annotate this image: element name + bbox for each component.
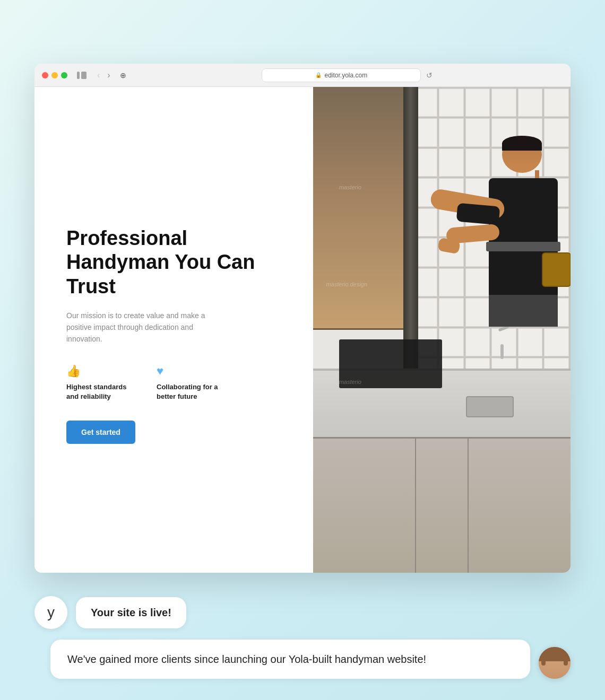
hero-left: Professional Handyman You Can Trust Our … [34,87,313,573]
hero-subtitle: Our mission is to create value and make … [66,310,215,345]
traffic-lights [42,72,67,78]
maximize-button[interactable] [61,72,67,78]
lock-icon: 🔒 [315,72,322,78]
feature-item-1: 👍 Highest standards and reliability [66,364,135,401]
chat-bubble-1: y Your site is live! [34,596,571,629]
brightness-icon: ⊕ [120,71,126,80]
toolbar-nav: ‹ › [95,69,113,81]
url-text: editor.yola.com [324,72,367,79]
reload-icon[interactable]: ↺ [426,71,433,80]
get-started-button[interactable]: Get started [66,421,135,444]
yola-logo-text: y [47,604,55,621]
bubble-1-text: Your site is live! [76,597,186,628]
watermark-1: masterio [339,184,361,190]
forward-arrow[interactable]: › [105,69,112,81]
user-avatar [539,647,571,679]
yola-logo: y [34,596,67,629]
features-row: 👍 Highest standards and reliability ♥ Co… [66,364,281,401]
watermark-2: masterio.design [326,281,367,287]
browser-toolbar: ‹ › ⊕ 🔒 editor.yola.com ↺ [34,64,571,87]
bubble-2-text: We've gained more clients since launchin… [50,640,530,679]
chat-bubble-2: We've gained more clients since launchin… [50,640,571,679]
back-arrow[interactable]: ‹ [95,69,102,81]
sidebar-toggle-icon[interactable] [77,72,87,79]
browser-content: Professional Handyman You Can Trust Our … [34,87,571,573]
thumbsup-icon: 👍 [66,364,135,378]
feature-label-2: Collaborating for a better future [157,382,226,401]
watermark-3: masterio [339,379,361,385]
address-bar[interactable]: 🔒 editor.yola.com [262,68,421,82]
minimize-button[interactable] [51,72,58,78]
hero-title: Professional Handyman You Can Trust [66,226,281,299]
avatar-face [539,647,571,679]
browser-window: ‹ › ⊕ 🔒 editor.yola.com ↺ Professional H… [34,64,571,573]
heart-icon: ♥ [157,364,226,378]
feature-label-1: Highest standards and reliability [66,382,135,401]
feature-item-2: ♥ Collaborating for a better future [157,364,226,401]
handyman-scene: masterio masterio.design masterio [313,87,571,573]
avatar-hair-left [541,655,546,666]
hero-image: masterio masterio.design masterio [313,87,571,573]
close-button[interactable] [42,72,48,78]
chat-section: y Your site is live! We've gained more c… [34,596,571,679]
avatar-hair-right [564,655,568,666]
address-bar-container: 🔒 editor.yola.com ↺ [132,68,563,82]
